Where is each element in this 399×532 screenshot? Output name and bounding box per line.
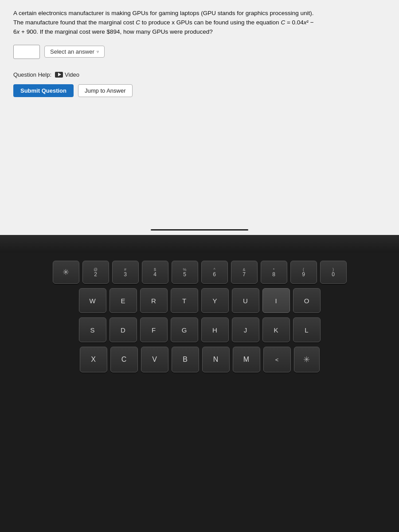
key-snowflake-right[interactable]: ✳: [294, 347, 320, 372]
select-answer-button[interactable]: Select an answer ▿: [44, 46, 105, 58]
key-o[interactable]: O: [293, 288, 321, 313]
key-g[interactable]: G: [171, 317, 198, 342]
chevron-icon: ▿: [97, 49, 99, 54]
key-v[interactable]: V: [141, 347, 168, 372]
key-k[interactable]: K: [262, 317, 290, 342]
key-0[interactable]: ) 0: [320, 261, 347, 284]
key-less-than[interactable]: <: [263, 347, 291, 372]
key-i[interactable]: I: [262, 288, 290, 313]
key-9[interactable]: ( 9: [290, 261, 317, 284]
key-j[interactable]: J: [232, 317, 259, 342]
answer-input-box[interactable]: [13, 45, 40, 59]
keyboard-qwerty-row: W E R T Y U I O: [12, 288, 387, 313]
key-b[interactable]: B: [172, 347, 199, 372]
key-x[interactable]: X: [80, 347, 107, 372]
key-s[interactable]: S: [79, 317, 106, 342]
key-t[interactable]: T: [171, 288, 198, 313]
key-m[interactable]: M: [233, 347, 260, 372]
key-e[interactable]: E: [110, 288, 137, 313]
keyboard-area: ✳ @ 2 # 3 $ 4 % 5 ^ 6 & 7 * 8: [0, 253, 399, 532]
key-4[interactable]: $ 4: [142, 261, 168, 284]
key-c[interactable]: C: [110, 347, 138, 372]
key-l[interactable]: L: [293, 317, 321, 342]
laptop-bezel: [0, 235, 399, 253]
key-y[interactable]: Y: [201, 288, 229, 313]
keyboard-number-row: ✳ @ 2 # 3 $ 4 % 5 ^ 6 & 7 * 8: [12, 261, 387, 284]
jump-to-answer-button[interactable]: Jump to Answer: [78, 84, 133, 97]
key-5[interactable]: % 5: [172, 261, 198, 284]
screen-area: A certain electronics manufacturer is ma…: [0, 0, 399, 235]
key-8[interactable]: * 8: [261, 261, 287, 284]
key-snowflake-left[interactable]: ✳: [53, 261, 79, 284]
key-6[interactable]: ^ 6: [201, 261, 228, 284]
key-h[interactable]: H: [201, 317, 229, 342]
key-7[interactable]: & 7: [231, 261, 258, 284]
scrollbar[interactable]: [151, 229, 248, 231]
question-help-label: Question Help:: [13, 71, 51, 78]
select-answer-label: Select an answer: [50, 48, 94, 55]
keyboard-home-row: S D F G H J K L: [12, 317, 387, 342]
key-2[interactable]: @ 2: [82, 261, 109, 284]
key-w[interactable]: W: [79, 288, 106, 313]
question-text: A certain electronics manufacturer is ma…: [13, 9, 315, 37]
video-help-link[interactable]: Video: [55, 71, 79, 78]
key-3[interactable]: # 3: [112, 261, 139, 284]
submit-question-button[interactable]: Submit Question: [13, 84, 74, 97]
video-label: Video: [65, 71, 79, 78]
question-help-row: Question Help: Video: [13, 71, 386, 78]
key-f[interactable]: F: [140, 317, 168, 342]
key-u[interactable]: U: [232, 288, 259, 313]
keyboard-bottom-row: X C V B N M < ✳: [12, 347, 387, 372]
action-buttons-row: Submit Question Jump to Answer: [13, 84, 386, 97]
key-d[interactable]: D: [110, 317, 137, 342]
answer-select-row: Select an answer ▿: [13, 45, 386, 59]
video-icon: [55, 72, 63, 78]
key-r[interactable]: R: [140, 288, 168, 313]
key-n[interactable]: N: [202, 347, 230, 372]
